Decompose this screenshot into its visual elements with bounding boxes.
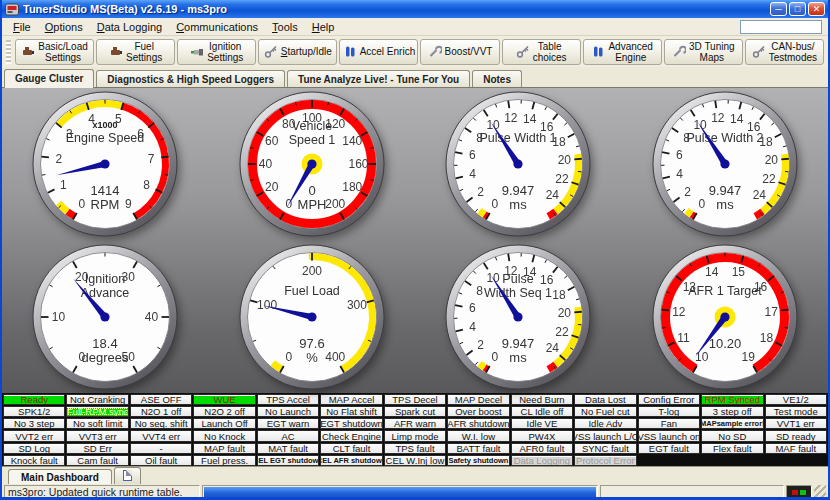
svg-text:24: 24 <box>546 189 560 203</box>
svg-text:10: 10 <box>487 270 501 284</box>
menu-item-help[interactable]: Help <box>305 20 342 34</box>
quick-search-field[interactable] <box>740 20 822 34</box>
svg-text:9.947: 9.947 <box>502 183 535 198</box>
close-button[interactable]: ✕ <box>808 2 825 16</box>
progress-bar <box>204 487 596 497</box>
svg-text:RPM: RPM <box>91 197 120 212</box>
indicator-over-boost: Over boost <box>447 406 509 417</box>
svg-text:6: 6 <box>676 149 683 163</box>
tab-diagnostics-high-speed-loggers[interactable]: Diagnostics & High Speed Loggers <box>96 70 285 87</box>
svg-text:Width Seq 1: Width Seq 1 <box>484 286 552 300</box>
indicator-spark-cut: Spark cut <box>384 406 446 417</box>
gauge-pulse-width-seq-1: 024681012141618202224PulseWidth Seq 19.9… <box>415 241 622 394</box>
toolbar-button-startup-idle[interactable]: Startup/Idle <box>258 39 337 65</box>
tab-tune-analyze-live-tune-for-you[interactable]: Tune Analyze Live! - Tune For You <box>287 70 470 87</box>
indicator-no-3-step: No 3 step <box>3 418 65 429</box>
svg-text:14: 14 <box>523 112 537 126</box>
gauge-vehicle-speed-1: 020406080100120140160180200VehicleSpeed … <box>209 88 416 241</box>
svg-text:12: 12 <box>711 111 725 125</box>
svg-text:Engine Speed: Engine Speed <box>66 131 145 145</box>
gauge-engine-speed-dial: 0123456789x1000Engine Speed1414RPM <box>30 89 180 239</box>
toolbar-button-advanced-engine[interactable]: AdvancedEngine <box>583 39 662 65</box>
indicator-flex-fault: Flex fault <box>701 443 763 454</box>
toolbar-button-ignition-settings[interactable]: IgnitionSettings <box>177 39 256 65</box>
svg-text:180: 180 <box>342 181 362 195</box>
svg-text:60: 60 <box>265 134 279 148</box>
svg-text:18: 18 <box>553 288 567 302</box>
menu-item-tools[interactable]: Tools <box>265 20 305 34</box>
indicator-vvt4-err: VVT4 err <box>130 430 192 441</box>
svg-text:15: 15 <box>731 265 745 279</box>
dashboard-tab-bar: Main Dashboard <box>2 466 828 484</box>
svg-text:100: 100 <box>257 298 277 312</box>
toolbar-button-boost-vvt[interactable]: Boost/VVT <box>420 39 499 65</box>
svg-text:40: 40 <box>259 157 273 171</box>
indicator-check-engine: Check Engine <box>320 430 382 441</box>
indicator-no-knock: No Knock <box>193 430 255 441</box>
indicator-cel-afr-shutdown: CEL AFR shutdown <box>320 455 382 466</box>
toolbar: Basic/LoadSettingsFuelSettingsIgnitionSe… <box>2 36 828 67</box>
svg-text:4: 4 <box>676 168 683 182</box>
svg-text:22: 22 <box>556 325 570 339</box>
indicator-vss-launch-l-o: VSS launch L/O <box>574 430 636 441</box>
gauge-pulse-width-seq-1-dial: 024681012141618202224PulseWidth Seq 19.9… <box>443 242 593 392</box>
svg-text:6: 6 <box>469 149 476 163</box>
svg-text:20: 20 <box>764 153 778 167</box>
menu-item-options[interactable]: Options <box>38 20 90 34</box>
svg-text:%: % <box>306 350 318 365</box>
toolbar-grip[interactable] <box>6 40 11 64</box>
svg-text:9.947: 9.947 <box>502 336 535 351</box>
gauge-cluster-content: 0123456789x1000Engine Speed1414RPM020406… <box>2 87 828 466</box>
indicator-mapsample-error: MAPsample error! <box>701 418 763 429</box>
svg-text:4: 4 <box>470 168 477 182</box>
menu-item-file[interactable]: File <box>6 20 38 34</box>
indicator-map-accel: MAP Accel <box>320 394 382 405</box>
toolbar-button-can-bus-testmodes[interactable]: CAN-bus/Testmodes <box>745 39 824 65</box>
indicator-blank <box>701 455 763 466</box>
indicator-sd-err: SD Err <box>66 443 128 454</box>
status-bar: ms3pro: Updated quick runtime table. <box>2 484 828 500</box>
new-dashboard-tab[interactable] <box>114 467 141 484</box>
svg-text:22: 22 <box>762 172 776 186</box>
toolbar-button-3d-tuning-maps[interactable]: 3D TuningMaps <box>664 39 743 65</box>
menu-item-data-logging[interactable]: Data Logging <box>90 20 169 34</box>
gauge-afr-1-target: 10111213141516171819AFR 1 Target10.20 <box>622 241 829 394</box>
svg-text:9: 9 <box>125 198 132 212</box>
svg-text:Ignition: Ignition <box>85 272 125 286</box>
toolbar-button-table-choices[interactable]: Tablechoices <box>502 39 581 65</box>
indicator-data-lost: Data Lost <box>574 394 636 405</box>
tab-main-dashboard[interactable]: Main Dashboard <box>8 469 112 484</box>
indicator-maf-fault: MAF fault <box>765 443 827 454</box>
svg-text:Vehicle: Vehicle <box>292 119 332 133</box>
status-message: ms3pro: Updated quick runtime table. <box>8 486 183 498</box>
svg-text:2: 2 <box>684 185 691 199</box>
gauge-pulse-width-2: 024681012141618202224Pulse Width 29.947m… <box>622 88 829 241</box>
main-tab-bar: Gauge ClusterDiagnostics & High Speed Lo… <box>2 67 828 87</box>
indicator-3-step-off: 3 step off <box>701 406 763 417</box>
svg-text:400: 400 <box>325 350 345 364</box>
tab-gauge-cluster[interactable]: Gauge Cluster <box>4 69 94 88</box>
svg-text:0: 0 <box>492 350 499 364</box>
svg-text:Pulse Width 1: Pulse Width 1 <box>480 131 557 145</box>
indicator-vvt2-err: VVT2 err <box>3 430 65 441</box>
menu-item-communications[interactable]: Communications <box>169 20 265 34</box>
toolbar-button-fuel-settings[interactable]: FuelSettings <box>96 39 175 65</box>
minimize-button[interactable]: ─ <box>770 2 787 16</box>
svg-text:24: 24 <box>546 341 560 355</box>
svg-text:2: 2 <box>478 185 485 199</box>
indicator-launch-off: Launch Off <box>193 418 255 429</box>
resize-grip-icon[interactable] <box>814 485 826 499</box>
indicator-blank <box>638 455 700 466</box>
indicator-ve1-2: VE1/2 <box>765 394 827 405</box>
tab-notes[interactable]: Notes <box>472 70 522 87</box>
toolbar-button-label: Basic/LoadSettings <box>38 41 87 63</box>
indicator-afr-shutdown: AFR shutdown <box>447 418 509 429</box>
maximize-button[interactable]: □ <box>789 2 806 16</box>
toolbar-button-accel-enrich[interactable]: Accel Enrich <box>339 39 418 65</box>
indicator-data-logging: Data Logging <box>511 455 573 466</box>
toolbar-button-basic-load-settings[interactable]: Basic/LoadSettings <box>15 39 94 65</box>
toolbar-button-label: Accel Enrich <box>360 46 416 57</box>
svg-text:1: 1 <box>60 178 67 192</box>
indicator-fan: Fan <box>638 418 700 429</box>
indicator-config-error: Config Error <box>638 394 700 405</box>
